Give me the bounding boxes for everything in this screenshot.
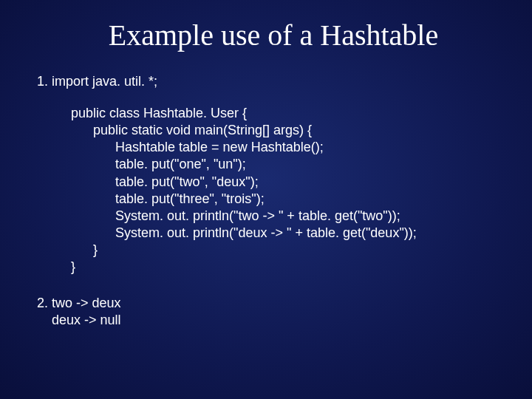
import-statement: 1. import java. util. *; — [37, 73, 510, 90]
slide-title: Example use of a Hashtable — [37, 18, 510, 52]
output-block: 2. two -> deux deux -> null — [37, 295, 510, 330]
slide-body: 1. import java. util. *; public class Ha… — [37, 73, 510, 329]
slide-container: Example use of a Hashtable 1. import jav… — [0, 0, 532, 399]
code-block: public class Hashtable. User { public st… — [71, 105, 510, 275]
